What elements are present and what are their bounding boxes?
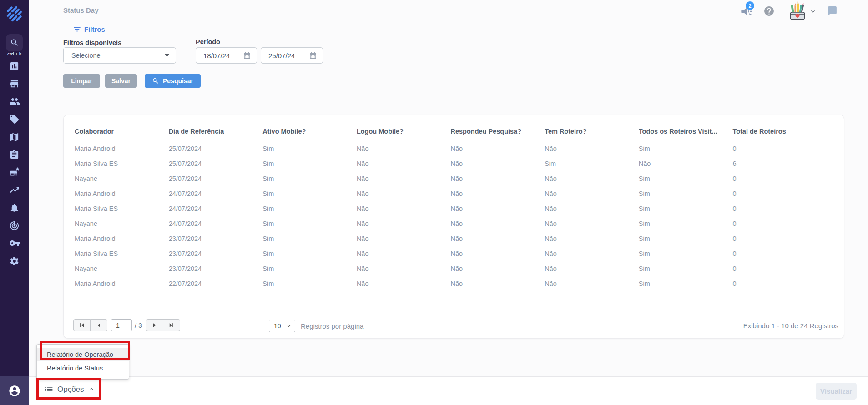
chevron-up-icon — [88, 385, 96, 393]
footer-bar: Opções — [29, 376, 868, 405]
per-page-value: 10 — [269, 322, 286, 330]
storefront-icon[interactable] — [9, 78, 20, 89]
filters-link-label: Filtros — [84, 25, 105, 33]
save-button[interactable]: Salvar — [105, 74, 137, 88]
notification-badge: 2 — [746, 1, 754, 10]
next-page-button[interactable] — [146, 319, 163, 331]
tag-icon[interactable] — [9, 114, 20, 125]
search-icon — [10, 38, 19, 47]
table-row: Maria Android22/07/2024SimNãoNãoNãoSim0 — [75, 276, 827, 291]
visualize-button[interactable]: Visualizar — [816, 383, 857, 400]
filters-toggle[interactable]: Filtros — [73, 25, 105, 34]
records-summary: Exibindo 1 - 10 de 24 Registros — [743, 322, 838, 330]
table-row: Maria Silva ES24/07/2024SimNãoNãoNãoSim0 — [75, 201, 827, 216]
calendar-icon — [243, 51, 251, 60]
user-avatar[interactable] — [787, 1, 808, 24]
page-number-input[interactable] — [111, 319, 132, 331]
per-page-select[interactable]: 10 — [269, 320, 295, 332]
list-icon — [44, 385, 54, 394]
period-label: Período — [196, 38, 220, 45]
clipboard-icon[interactable] — [9, 149, 20, 160]
sidebar-account-area — [0, 376, 29, 405]
chevron-down-icon — [286, 323, 292, 329]
pencil-pot-avatar-icon — [787, 1, 808, 22]
last-page-button[interactable] — [163, 319, 180, 331]
app-logo-icon — [4, 4, 25, 24]
search-shortcut-label: ctrl + k — [0, 51, 29, 56]
gear-icon[interactable] — [9, 255, 20, 266]
options-button[interactable]: Opções — [44, 385, 96, 394]
options-menu: Relatório de Operação Relatório de Statu… — [36, 344, 129, 380]
date-start-value: 18/07/24 — [196, 52, 243, 60]
available-filters-label: Filtros disponíveis — [63, 39, 121, 46]
column-header: Respondeu Pesquisa? — [451, 124, 545, 141]
pagination-controls: / 3 — [73, 319, 180, 331]
total-pages-label: / 3 — [135, 321, 142, 329]
calendar-icon — [309, 51, 317, 60]
chevron-down-icon — [809, 8, 817, 15]
column-header: Ativo Mobile? — [262, 124, 357, 141]
search-button[interactable]: Pesquisar — [145, 74, 201, 88]
sidebar-nav — [0, 60, 29, 266]
per-page-group: 10 Registros por página — [269, 320, 363, 332]
select-caret-icon — [165, 54, 169, 57]
date-start-input[interactable]: 18/07/24 — [196, 47, 257, 64]
table-row: Nayane25/07/2024SimNãoNãoNãoSim0 — [75, 171, 827, 186]
map-icon[interactable] — [9, 131, 20, 142]
previous-page-button[interactable] — [90, 319, 107, 331]
available-filters-select[interactable]: Selecione — [63, 47, 176, 64]
date-end-value: 25/07/24 — [261, 52, 309, 60]
trending-icon[interactable] — [9, 185, 20, 195]
options-button-label: Opções — [57, 385, 84, 394]
help-button[interactable] — [763, 5, 775, 19]
first-page-button[interactable] — [73, 319, 91, 331]
menu-item-relatorio-status[interactable]: Relatório de Status — [37, 361, 129, 375]
clear-button[interactable]: Limpar — [63, 74, 100, 88]
table-row: Nayane24/07/2024SimNãoNãoNãoSim0 — [75, 216, 827, 231]
bar-chart-icon[interactable] — [9, 60, 20, 71]
key-icon[interactable] — [9, 238, 20, 249]
column-header: Logou Mobile? — [357, 124, 451, 141]
table-header-row: ColaboradorDia de ReferênciaAtivo Mobile… — [75, 124, 827, 141]
search-icon — [152, 77, 159, 85]
filter-icon — [73, 25, 81, 34]
app-root: ctrl + k Status Day 2 — [0, 0, 868, 405]
account-icon[interactable] — [8, 385, 21, 397]
per-page-label: Registros por página — [301, 322, 363, 330]
table-row: Maria Silva ES25/07/2024SimNãoNãoSimNão6 — [75, 156, 827, 171]
table-row: Maria Android23/07/2024SimNãoNãoNãoSim0 — [75, 231, 827, 246]
store-star-icon[interactable] — [9, 167, 20, 178]
sidebar-search-button[interactable] — [6, 34, 23, 51]
footer-divider — [218, 376, 218, 405]
column-header: Total de Roteiros — [732, 124, 827, 141]
chat-icon — [827, 5, 838, 17]
people-icon[interactable] — [9, 96, 20, 107]
results-card: ColaboradorDia de ReferênciaAtivo Mobile… — [63, 115, 844, 339]
table-row: Maria Silva ES23/07/2024SimNãoNãoNãoSim0 — [75, 246, 827, 261]
chat-button[interactable] — [827, 5, 838, 19]
date-end-input[interactable]: 25/07/24 — [261, 47, 323, 64]
bell-icon[interactable] — [9, 202, 20, 213]
available-filters-value: Selecione — [64, 52, 165, 59]
table-row: Nayane23/07/2024SimNãoNãoNãoSim0 — [75, 261, 827, 276]
search-button-label: Pesquisar — [163, 77, 193, 85]
column-header: Todos os Roteiros Visit... — [639, 124, 733, 141]
avatar-menu-toggle[interactable] — [809, 8, 817, 17]
page-title: Status Day — [63, 6, 99, 14]
results-table: ColaboradorDia de ReferênciaAtivo Mobile… — [75, 124, 827, 291]
column-header: Colaborador — [75, 124, 169, 141]
column-header: Dia de Referência — [169, 124, 263, 141]
table-row: Maria Android24/07/2024SimNãoNãoNãoSim0 — [75, 186, 827, 201]
menu-item-relatorio-operacao[interactable]: Relatório de Operação — [37, 348, 129, 361]
sidebar: ctrl + k — [0, 0, 29, 405]
column-header: Tem Roteiro? — [545, 124, 639, 141]
track-changes-icon[interactable] — [9, 220, 20, 231]
table-row: Maria Android25/07/2024SimNãoNãoNãoSim0 — [75, 141, 827, 156]
question-mark-icon — [763, 5, 775, 17]
